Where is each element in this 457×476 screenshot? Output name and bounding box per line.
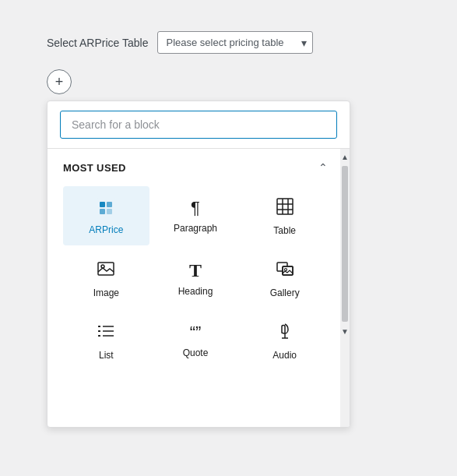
quote-icon: “” — [190, 324, 202, 341]
scrollbar-thumb[interactable] — [342, 166, 348, 322]
block-item-arpr[interactable]: ARPrice — [63, 186, 149, 245]
block-picker: Most Used ⌃ — [47, 100, 350, 428]
page-wrapper: Select ARPrice Table Please select prici… — [16, 16, 441, 476]
add-block-button[interactable]: + — [47, 69, 72, 94]
table-icon — [276, 197, 294, 219]
scrollbar-track: ▲ ▼ — [340, 149, 350, 428]
block-item-audio[interactable]: Audio — [241, 311, 328, 370]
svg-rect-10 — [98, 263, 114, 275]
block-heading-label: Heading — [178, 286, 213, 297]
scroll-down-button[interactable]: ▼ — [340, 323, 350, 339]
image-icon — [97, 259, 115, 281]
picker-content: Most Used ⌃ — [47, 149, 350, 428]
section-title: Most Used — [63, 162, 126, 174]
block-table-label: Table — [273, 225, 296, 236]
block-item-heading[interactable]: T Heading — [153, 249, 239, 308]
heading-icon: T — [189, 261, 202, 280]
block-item-quote[interactable]: “” Quote — [153, 311, 239, 370]
arpr-icon — [96, 198, 116, 218]
search-input[interactable] — [60, 111, 337, 139]
svg-rect-3 — [100, 209, 105, 214]
svg-rect-16 — [98, 326, 100, 327]
paragraph-icon: ¶ — [191, 199, 200, 217]
block-item-gallery[interactable]: Gallery — [241, 249, 328, 308]
svg-rect-18 — [98, 330, 100, 332]
select-row: Select ARPrice Table Please select prici… — [47, 31, 410, 54]
block-audio-label: Audio — [272, 350, 297, 361]
svg-rect-0 — [96, 198, 116, 218]
select-wrapper: Please select pricing table — [157, 31, 313, 54]
search-wrapper — [47, 101, 350, 149]
svg-rect-2 — [107, 202, 112, 207]
svg-rect-5 — [277, 199, 293, 214]
block-list-label: List — [99, 350, 114, 361]
block-quote-label: Quote — [183, 347, 209, 358]
block-gallery-label: Gallery — [270, 287, 300, 298]
plus-icon: + — [55, 74, 64, 90]
section-header: Most Used ⌃ — [63, 161, 328, 174]
collapse-icon[interactable]: ⌃ — [318, 161, 328, 174]
block-image-label: Image — [93, 287, 119, 298]
audio-icon — [276, 322, 294, 344]
block-item-paragraph[interactable]: ¶ Paragraph — [153, 186, 239, 245]
svg-rect-13 — [283, 266, 293, 275]
pricing-table-select[interactable]: Please select pricing table — [157, 31, 313, 54]
block-item-table[interactable]: Table — [241, 186, 328, 245]
block-arpr-label: ARPrice — [89, 224, 123, 235]
blocks-area: Most Used ⌃ — [47, 149, 340, 428]
svg-rect-1 — [100, 202, 105, 207]
scroll-up-button[interactable]: ▲ — [340, 149, 350, 164]
svg-rect-4 — [107, 209, 112, 214]
blocks-grid: ARPrice ¶ Paragraph — [63, 186, 328, 370]
list-icon — [97, 322, 115, 344]
block-item-image[interactable]: Image — [63, 249, 149, 308]
gallery-icon — [276, 259, 294, 281]
block-item-list[interactable]: List — [63, 311, 149, 370]
select-label: Select ARPrice Table — [47, 37, 148, 49]
block-paragraph-label: Paragraph — [174, 223, 217, 234]
svg-rect-20 — [98, 335, 100, 337]
